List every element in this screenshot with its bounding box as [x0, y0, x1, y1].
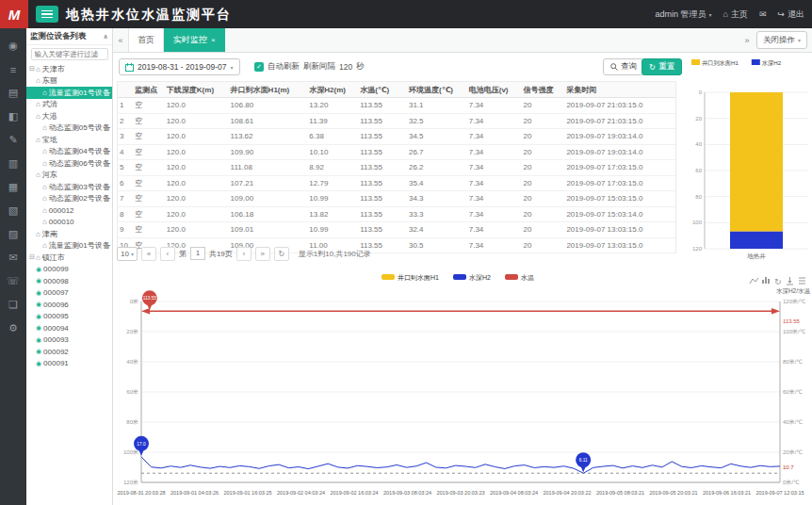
tree-node[interactable]: ◉000098	[26, 275, 112, 287]
page-number-input[interactable]: 1	[190, 247, 205, 260]
logout-link[interactable]: ↪ 退出	[777, 8, 804, 21]
toolbox-dataview-icon[interactable]	[799, 278, 805, 284]
grid-icon[interactable]: ▨	[0, 222, 26, 246]
message-icon[interactable]: ✉	[0, 246, 26, 269]
tree-node[interactable]: ⌂动态监测05号设备	[26, 122, 112, 135]
tree-node[interactable]: ◉000099	[26, 264, 112, 276]
next-page-button[interactable]: ›	[236, 247, 252, 261]
tree-node[interactable]: ⌂动态监测06号设备	[26, 157, 112, 170]
chat-icon[interactable]: ❏	[0, 293, 26, 317]
tree-node[interactable]: ◉000094	[26, 322, 112, 334]
interval-value[interactable]: 120	[339, 62, 352, 72]
tree-node[interactable]: ⌂武清	[26, 99, 112, 111]
svg-text:0米/℃: 0米/℃	[783, 480, 800, 485]
table-cell: 3	[118, 132, 133, 140]
settings-icon[interactable]: ⚙	[0, 317, 26, 340]
toolbox-linechart-icon[interactable]	[750, 278, 758, 284]
tree-node[interactable]: ⊟⌂天津市	[26, 63, 112, 75]
table-cell: 空	[133, 147, 165, 157]
tree-node[interactable]: ⌂000010	[26, 217, 112, 229]
auto-refresh-checkbox[interactable]: ✓	[254, 62, 264, 72]
tree-node[interactable]: ◉000091	[26, 358, 112, 370]
table-row[interactable]: 1空120.0106.8013.20113.5531.17.34202019-0…	[118, 98, 675, 114]
tree-node[interactable]: ⌂流量监测01号设备	[26, 87, 112, 99]
chart-icon[interactable]: ▥	[0, 152, 26, 175]
tree-node[interactable]: ⌂动态监测04号设备	[26, 146, 112, 158]
query-button[interactable]: 查询	[603, 58, 644, 75]
table-cell: 35.4	[407, 179, 467, 187]
collapse-icon[interactable]: ⊟	[29, 65, 35, 73]
tab-首页[interactable]: 首页	[128, 28, 164, 52]
tree-search-input[interactable]	[31, 48, 108, 60]
table-cell: 2019-09-07 17:03:15.0	[564, 179, 675, 187]
tree-node[interactable]: ⌂000012	[26, 204, 112, 217]
table-row[interactable]: 8空120.0106.1813.82113.5533.37.34202019-0…	[118, 207, 675, 223]
support-icon[interactable]: ☏	[0, 269, 26, 293]
device-icon[interactable]: ◧	[0, 105, 26, 128]
tree-node[interactable]: ⌂动态监测03号设备	[26, 181, 112, 193]
table-cell: 空	[133, 116, 165, 126]
tree-node[interactable]: ◉000096	[26, 299, 112, 311]
table-cell: 2019-09-07 17:03:15.0	[564, 163, 675, 171]
tree-node[interactable]: ◉000093	[26, 334, 112, 347]
table-cell: 109.01	[229, 225, 308, 234]
tree-node[interactable]: ◉000092	[26, 346, 112, 358]
menu-icon[interactable]: ≡	[0, 57, 26, 81]
table-row[interactable]: 2空120.0108.6111.39113.5532.57.34202019-0…	[118, 114, 675, 130]
home-link[interactable]: ⌂ 主页	[723, 8, 747, 21]
tree-node[interactable]: ⌂东丽	[26, 75, 112, 88]
table-cell: 113.55	[358, 101, 407, 109]
tree-node[interactable]: ⌂津南	[26, 228, 112, 240]
last-page-button[interactable]: »	[255, 247, 270, 261]
user-icon[interactable]: ◉	[0, 34, 26, 57]
table-cell: 120.0	[165, 210, 229, 219]
tabs-scroll-left-icon[interactable]: «	[113, 36, 128, 45]
date-range-button[interactable]: 2019-08-31 - 2019-09-07 ▾	[119, 58, 240, 75]
user-menu[interactable]: admin 管理员 ▾	[655, 8, 711, 21]
report-icon[interactable]: ▦	[0, 175, 26, 199]
table-cell: 113.55	[358, 225, 407, 234]
tree-node[interactable]: ⌂宝坻	[26, 134, 112, 146]
page-size-select[interactable]: 10 ▾	[117, 247, 138, 261]
table-cell: 空	[133, 224, 165, 235]
tabs-scroll-right-icon[interactable]: »	[739, 36, 755, 45]
toolbox-save-image-icon[interactable]	[787, 277, 793, 285]
edit-icon[interactable]: ✎	[0, 128, 26, 152]
table-cell: 120.0	[165, 132, 229, 140]
collapse-icon[interactable]: ⊟	[29, 253, 35, 261]
table-icon[interactable]: ▧	[0, 199, 26, 222]
chevron-up-icon[interactable]: ∧	[103, 33, 108, 41]
device-dot-icon: ◉	[36, 301, 41, 308]
tree-node[interactable]: ◉000097	[26, 287, 112, 300]
svg-text:60米: 60米	[126, 389, 138, 395]
svg-text:2019-09-04 08:03:24: 2019-09-04 08:03:24	[490, 490, 538, 496]
tree-node[interactable]: ⌂动态监测02号设备	[26, 193, 112, 205]
interval-label: 刷新间隔	[303, 61, 335, 73]
tree-node-label: 武清	[42, 99, 57, 109]
tree-node[interactable]: ⌂流量监测01号设备	[26, 240, 112, 252]
tree-node-label: 动态监测02号设备	[49, 193, 110, 204]
monitor-icon[interactable]: ▤	[0, 81, 26, 105]
close-operations-button[interactable]: 关闭操作 ▾	[756, 31, 807, 49]
mail-icon[interactable]: ✉	[759, 9, 767, 19]
prev-page-button[interactable]: ‹	[160, 247, 175, 261]
tree-node[interactable]: ⌂大港	[26, 110, 112, 122]
table-row[interactable]: 3空120.0113.626.38113.5534.57.34202019-09…	[118, 129, 675, 145]
tree-node[interactable]: ◉000095	[26, 311, 112, 323]
svg-text:100: 100	[692, 220, 703, 225]
table-row[interactable]: 5空120.0111.088.92113.5526.27.34202019-09…	[118, 160, 675, 176]
tree-node[interactable]: ⌂河东	[26, 170, 112, 182]
first-page-button[interactable]: «	[141, 247, 156, 261]
table-row[interactable]: 6空120.0107.2112.79113.5535.47.34202019-0…	[118, 176, 675, 192]
menu-toggle-button[interactable]	[36, 6, 58, 23]
tab-close-icon[interactable]: ×	[211, 36, 216, 44]
table-row[interactable]: 7空120.0109.0010.99113.5534.37.34202019-0…	[118, 191, 675, 207]
tree-node[interactable]: ⊟⌂镇江市	[26, 252, 112, 264]
toolbox-restore-icon[interactable]: ↻	[774, 277, 782, 286]
refresh-table-button[interactable]: ↻	[274, 247, 289, 261]
reset-button[interactable]: ↻ 重置	[641, 58, 682, 75]
tab-实时监控[interactable]: 实时监控×	[164, 28, 225, 52]
table-row[interactable]: 4空120.0109.9010.10113.5526.77.34202019-0…	[118, 145, 675, 161]
toolbox-barchart-icon[interactable]	[762, 277, 770, 284]
table-row[interactable]: 9空120.0109.0110.99113.5532.47.34202019-0…	[118, 222, 675, 238]
